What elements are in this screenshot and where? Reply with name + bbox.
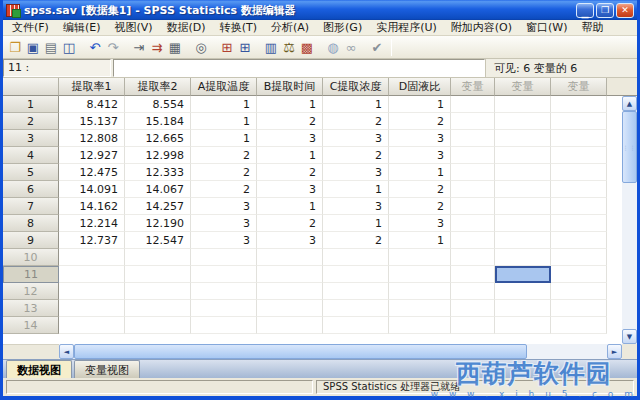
cell[interactable]: 2 (389, 113, 451, 130)
cell[interactable]: 12.214 (59, 215, 125, 232)
cell[interactable]: 15.184 (125, 113, 191, 130)
cell[interactable] (389, 249, 451, 266)
cell[interactable] (551, 283, 607, 300)
row-header[interactable]: 1 (3, 96, 59, 113)
menu-graphs[interactable]: 图形(G) (316, 19, 369, 36)
cell[interactable] (451, 164, 495, 181)
cell[interactable] (191, 317, 257, 334)
open-file-icon[interactable]: ❐ (6, 38, 24, 57)
cell[interactable]: 2 (323, 113, 389, 130)
cell[interactable]: 3 (257, 130, 323, 147)
menu-window[interactable]: 窗口(W) (519, 19, 574, 36)
horizontal-scrollbar[interactable]: ◄ ► (59, 344, 622, 359)
menu-help[interactable]: 帮助 (575, 19, 611, 36)
cell[interactable]: 3 (257, 232, 323, 249)
variables-icon[interactable]: ▦ (166, 38, 184, 57)
column-header[interactable]: 变量 (551, 78, 607, 96)
menu-data[interactable]: 数据(D) (160, 19, 213, 36)
cell[interactable] (125, 266, 191, 283)
insert-cases-icon[interactable]: ⊞ (218, 38, 236, 57)
cell[interactable]: 1 (323, 215, 389, 232)
cell[interactable]: 2 (257, 164, 323, 181)
cell[interactable]: 1 (191, 96, 257, 113)
cell[interactable]: 2 (389, 198, 451, 215)
row-header[interactable]: 5 (3, 164, 59, 181)
cell[interactable]: 8.412 (59, 96, 125, 113)
cell[interactable] (551, 215, 607, 232)
spss-app-icon[interactable] (6, 4, 20, 17)
cell[interactable] (125, 249, 191, 266)
row-header[interactable]: 13 (3, 300, 59, 317)
cell[interactable] (59, 300, 125, 317)
cell[interactable] (551, 130, 607, 147)
find-icon[interactable]: ◎ (192, 38, 210, 57)
show-all-variables-icon[interactable]: ∞ (342, 38, 360, 57)
cell[interactable] (495, 232, 551, 249)
cell[interactable] (323, 283, 389, 300)
cell[interactable]: 12.547 (125, 232, 191, 249)
cell[interactable]: 3 (323, 130, 389, 147)
cell[interactable] (495, 164, 551, 181)
cell[interactable] (495, 300, 551, 317)
cell[interactable] (451, 215, 495, 232)
cell[interactable] (257, 266, 323, 283)
cell[interactable] (451, 181, 495, 198)
cell[interactable] (551, 147, 607, 164)
cell[interactable] (191, 266, 257, 283)
column-header[interactable]: D固液比 (389, 78, 451, 96)
use-variable-sets-icon[interactable]: ◍ (324, 38, 342, 57)
cell[interactable] (389, 317, 451, 334)
cell[interactable] (451, 283, 495, 300)
cell[interactable]: 1 (389, 232, 451, 249)
cell[interactable] (257, 249, 323, 266)
cell[interactable] (551, 232, 607, 249)
cell[interactable]: 2 (191, 164, 257, 181)
cell[interactable]: 3 (389, 130, 451, 147)
cell[interactable] (495, 249, 551, 266)
cell[interactable]: 14.067 (125, 181, 191, 198)
cell[interactable] (551, 317, 607, 334)
cell[interactable]: 3 (323, 164, 389, 181)
cell[interactable]: 1 (257, 198, 323, 215)
minimize-button[interactable]: ▁ (576, 3, 594, 18)
cell[interactable] (59, 249, 125, 266)
row-header[interactable]: 6 (3, 181, 59, 198)
vertical-scrollbar[interactable]: ▲ ⋮⋮ ▼ (622, 96, 637, 344)
goto-case-icon[interactable]: ⇥ (130, 38, 148, 57)
cell[interactable]: 1 (323, 181, 389, 198)
cell[interactable]: 3 (191, 215, 257, 232)
cell[interactable]: 2 (323, 232, 389, 249)
cell[interactable] (257, 283, 323, 300)
cell[interactable]: 2 (389, 181, 451, 198)
column-header[interactable]: 变量 (451, 78, 495, 96)
cell[interactable]: 2 (191, 181, 257, 198)
cell[interactable] (551, 300, 607, 317)
cell[interactable] (59, 283, 125, 300)
cell[interactable]: 1 (191, 130, 257, 147)
scroll-left-icon[interactable]: ◄ (59, 344, 74, 359)
cell[interactable]: 12.998 (125, 147, 191, 164)
cell[interactable]: 3 (389, 215, 451, 232)
column-header[interactable]: B提取时间 (257, 78, 323, 96)
column-header[interactable]: C提取浓度 (323, 78, 389, 96)
column-header[interactable]: 变量 (495, 78, 551, 96)
cell-editor-input[interactable] (113, 59, 485, 77)
cell[interactable] (323, 266, 389, 283)
cell[interactable] (495, 96, 551, 113)
row-header[interactable]: 3 (3, 130, 59, 147)
cell[interactable] (551, 96, 607, 113)
cell[interactable] (451, 96, 495, 113)
horizontal-scroll-thumb[interactable] (74, 344, 527, 359)
cell[interactable] (495, 215, 551, 232)
spell-check-icon[interactable]: ✔ (368, 38, 386, 57)
cell[interactable] (191, 249, 257, 266)
cell[interactable] (389, 266, 451, 283)
menu-transform[interactable]: 转换(T) (213, 19, 264, 36)
cell[interactable] (495, 317, 551, 334)
horizontal-scroll-track[interactable] (74, 344, 607, 359)
save-icon[interactable]: ▣ (24, 38, 42, 57)
cell[interactable] (495, 283, 551, 300)
row-header[interactable]: 14 (3, 317, 59, 334)
scroll-right-icon[interactable]: ► (607, 344, 622, 359)
menu-edit[interactable]: 编辑(E) (56, 19, 108, 36)
